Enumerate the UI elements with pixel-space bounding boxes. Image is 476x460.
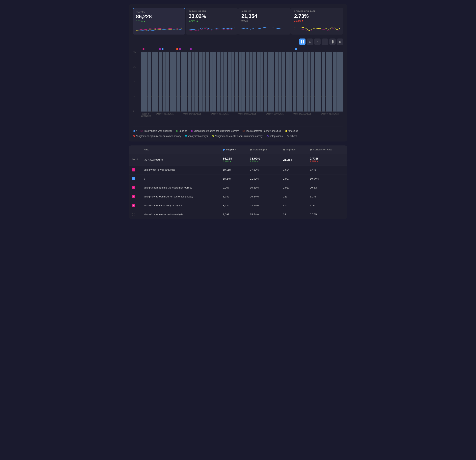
bar-group (224, 52, 227, 111)
toolbar-histogram[interactable]: ▐| (329, 39, 336, 45)
toolbar-calendar[interactable]: ▦ (337, 39, 343, 45)
x-label-8: Week of 01/24/2022 (316, 113, 343, 117)
bar-stack (329, 52, 332, 111)
bar-group (253, 52, 256, 111)
bar-base (217, 85, 220, 111)
legend-item-integrations[interactable]: /integrations (267, 135, 283, 138)
row-2-scroll: 21.92% (247, 174, 280, 183)
bar-base (322, 52, 325, 111)
row-5-signups: 412 (280, 201, 307, 210)
bar-stack (336, 52, 340, 111)
toolbar-bar-chart[interactable]: ▐▐ (299, 39, 306, 45)
legend-label-analytics: /analytics (288, 130, 298, 132)
toolbar-area[interactable]: ⌇ (322, 39, 328, 45)
bar-stack (286, 66, 289, 111)
bar-stack (318, 52, 321, 111)
row-4-signups: 121 (280, 192, 307, 201)
bar-stack (235, 80, 238, 111)
toolbar-trend-up[interactable]: ∧ (307, 39, 313, 45)
bar-group (293, 52, 296, 111)
dot-1 (143, 48, 144, 50)
metric-conversion[interactable]: CONVERSION RATE 2.73% 2.92% ▼ (291, 8, 343, 34)
bar-base (141, 106, 144, 111)
bar-group (173, 52, 176, 111)
metric-people[interactable]: PEOPLE 86,228 3.01% ▲ (133, 8, 185, 34)
y-label-0: 0 (133, 110, 134, 113)
bar-base (260, 73, 264, 111)
legend-label-customer-journey: /blog/understanding-the-customer-journey (194, 130, 238, 132)
row-2-checkbox[interactable]: ✓ (132, 177, 135, 180)
people-sort-button[interactable]: People ▾ (226, 148, 235, 151)
bar-stack (297, 61, 299, 111)
bar-base (329, 52, 332, 111)
chart-panel: PEOPLE 86,228 3.01% ▲ SCROLL DEPTH 33.02… (129, 4, 347, 142)
bar-stack (249, 77, 253, 111)
legend-dot-others (287, 135, 289, 137)
bar-stack (246, 78, 249, 111)
y-label-4k: 4K (133, 50, 136, 53)
bar-stack (300, 60, 303, 111)
legend-item-others[interactable]: Others (287, 135, 297, 138)
row-4-checkbox-cell[interactable]: ✓ (129, 192, 141, 201)
legend-item-analytics[interactable]: /analytics (285, 130, 298, 132)
bar-base (300, 60, 303, 111)
row-5-checkbox-cell[interactable]: ✓ (129, 201, 141, 210)
row-3-checkbox[interactable]: ✓ (132, 186, 135, 189)
bar-group (144, 52, 147, 111)
row-6-checkbox[interactable] (132, 213, 135, 216)
bar-group (307, 52, 310, 111)
legend-item-blog-analytics[interactable]: /blog/what-is-web-analytics (141, 130, 172, 132)
row-2-checkbox-cell[interactable]: ✓ (129, 174, 141, 183)
legend-item-journeys[interactable]: /analytics/journeys (185, 135, 208, 138)
row-6-checkbox-cell[interactable] (129, 210, 141, 219)
row-5-checkbox[interactable]: ✓ (132, 204, 135, 207)
bar-group (166, 52, 169, 111)
bar-group (336, 52, 340, 111)
bar-group (300, 52, 303, 111)
th-people[interactable]: People ▾ (220, 145, 247, 154)
bar-stack (170, 98, 173, 111)
metric-scroll-value: 33.02% (189, 13, 235, 19)
dot-5 (295, 48, 297, 50)
bar-stack (275, 70, 278, 111)
row-3-checkbox-cell[interactable]: ✓ (129, 183, 141, 192)
bar-stack (148, 105, 151, 111)
bar-base (311, 52, 314, 111)
row-4-checkbox[interactable]: ✓ (132, 195, 135, 198)
toolbar-trend-down[interactable]: ∩ (314, 39, 321, 45)
legend-dot-root (133, 130, 135, 132)
metric-signups-sparkline (241, 24, 288, 32)
row-1-checkbox-cell[interactable]: ✓ (129, 165, 141, 174)
bar-stack (231, 82, 234, 111)
bar-stack (181, 94, 184, 111)
bar-base (268, 72, 271, 111)
row-2-url: / (141, 174, 220, 183)
x-label-1: Week of 12/28/2020 (141, 113, 151, 117)
bar-stack (311, 52, 314, 111)
dot-markers-row (141, 47, 343, 51)
legend-item-learn-journey[interactable]: /learn/customer-journey-analytics (243, 130, 281, 132)
totals-page-count: 10/10 (129, 154, 141, 165)
bar-base (199, 89, 202, 111)
bar-stack (315, 52, 318, 111)
bar-base (282, 68, 285, 111)
bar-stack (242, 79, 245, 111)
bar-stack (188, 92, 191, 111)
bar-group (315, 52, 318, 111)
table-header-row: URL People ▾ (129, 145, 347, 154)
metric-scroll[interactable]: SCROLL DEPTH 33.02% 2.76% ▲ (186, 8, 238, 34)
th-scroll: Scroll depth (247, 145, 280, 154)
legend-item-customer-journey[interactable]: /blog/understanding-the-customer-journey (191, 130, 238, 132)
legend-item-pricing[interactable]: /pricing (176, 130, 187, 132)
row-1-checkbox[interactable]: ✓ (132, 168, 135, 171)
dot-4 (190, 48, 192, 50)
row-2-conversion: 10.94% (307, 174, 347, 183)
bar-base (242, 79, 245, 111)
bar-base (318, 52, 321, 111)
metric-signups[interactable]: SIGNUPS 21,354 0.00% — (238, 8, 291, 34)
legend-item-privacy[interactable]: /blog/how-to-optimize-for-customer-priva… (133, 135, 181, 138)
legend-item-root[interactable]: / (133, 130, 136, 132)
legend-item-visualize[interactable]: /blog/how-to-visualize-your-customer-jou… (212, 135, 263, 138)
bar-group (231, 52, 234, 111)
bar-group (217, 52, 220, 111)
